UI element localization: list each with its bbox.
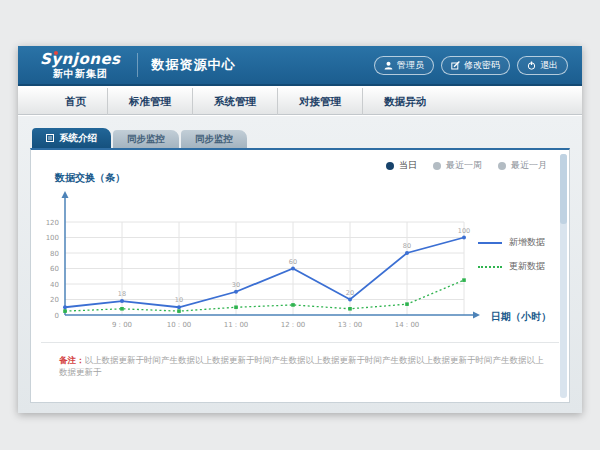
app-title: 数据资源中心 [152,56,236,74]
line-chart: 0204060801001209 : 0010 : 0011 : 0012 : … [37,187,497,341]
nav-item-data-change[interactable]: 数据异动 [362,88,447,115]
svg-text:100: 100 [458,227,470,235]
svg-text:100: 100 [46,234,59,242]
panel-scrollbar[interactable] [560,154,567,398]
note-label: 备注： [59,355,85,365]
svg-text:10 : 00: 10 : 00 [167,321,192,329]
note-text: 以上数据更新于时间产生数据以上数据更新于时间产生数据以上数据更新于时间产生数据以… [59,355,544,377]
admin-user-button[interactable]: 管理员 [374,56,434,75]
svg-text:0: 0 [55,312,59,320]
edit-icon [451,61,460,70]
legend-item-new-data: 新增数据 [478,236,545,249]
legend-label: 更新数据 [509,260,545,273]
svg-text:40: 40 [50,281,59,289]
nav-item-integration-mgmt[interactable]: 对接管理 [277,88,362,115]
tab-sync-monitor-1[interactable]: 同步监控 [113,130,179,148]
tab-label: 同步监控 [195,133,233,146]
y-axis-title: 数据交换（条） [55,171,125,185]
x-axis-title: 日期（小时） [491,310,551,324]
svg-text:12 : 00: 12 : 00 [281,321,306,329]
svg-text:10: 10 [175,296,183,304]
footer-note: 备注：以上数据更新于时间产生数据以上数据更新于时间产生数据以上数据更新于时间产生… [59,355,545,379]
tab-label: 系统介绍 [59,132,97,145]
series-legend: 新增数据 更新数据 [478,236,545,284]
change-password-button[interactable]: 修改密码 [441,56,510,75]
admin-user-label: 管理员 [397,59,424,72]
change-password-label: 修改密码 [464,59,500,72]
svg-text:18: 18 [118,290,126,298]
legend-item-updated-data: 更新数据 [478,260,545,273]
app-window: Synjones 新中新集团 数据资源中心 管理员 修改密码 退出 首页 标准管… [18,46,582,413]
nav-item-system-mgmt[interactable]: 系统管理 [192,88,277,115]
blue-solid-line-icon [478,242,502,244]
svg-text:9 : 00: 9 : 00 [112,321,132,329]
nav-item-standard-mgmt[interactable]: 标准管理 [107,88,192,115]
svg-text:120: 120 [46,219,59,227]
power-icon [527,61,536,70]
nav-item-home[interactable]: 首页 [44,88,107,115]
user-icon [384,61,393,70]
svg-text:80: 80 [50,250,59,258]
radio-dot-icon [433,162,441,170]
svg-text:11 : 00: 11 : 00 [224,321,249,329]
radio-dot-icon [498,162,506,170]
svg-text:60: 60 [289,258,297,266]
company-logo: Synjones 新中新集团 [40,52,121,79]
document-icon [46,133,54,144]
header-actions: 管理员 修改密码 退出 [374,56,568,75]
svg-text:80: 80 [403,242,411,250]
main-nav: 首页 标准管理 系统管理 对接管理 数据异动 [18,88,582,115]
tab-system-intro[interactable]: 系统介绍 [32,128,111,148]
radio-last-month-label: 最近一月 [511,159,547,172]
header-divider [137,53,138,77]
svg-text:20: 20 [346,289,354,297]
logout-button[interactable]: 退出 [517,56,568,75]
green-dotted-line-icon [478,266,502,268]
radio-today-label: 当日 [399,159,417,172]
legend-label: 新增数据 [509,236,545,249]
content-area: 系统介绍 同步监控 同步监控 当日 最近一周 [18,116,582,413]
radio-last-week[interactable]: 最近一周 [433,159,482,172]
svg-text:60: 60 [50,265,59,273]
panel-divider [41,342,559,343]
chart-panel: 当日 最近一周 最近一月 数据交换（条） 0204060801001209 : … [30,148,570,403]
radio-today[interactable]: 当日 [386,159,417,172]
radio-last-week-label: 最近一周 [446,159,482,172]
logo-text: Synjones [40,52,121,67]
svg-text:13 : 00: 13 : 00 [338,321,363,329]
scrollbar-thumb[interactable] [560,154,567,224]
chart-canvas: 0204060801001209 : 0010 : 0011 : 0012 : … [37,187,497,337]
tab-sync-monitor-2[interactable]: 同步监控 [181,130,247,148]
tab-bar: 系统介绍 同步监控 同步监控 [32,128,247,148]
radio-dot-icon [386,162,394,170]
app-header: Synjones 新中新集团 数据资源中心 管理员 修改密码 退出 [18,46,582,86]
radio-last-month[interactable]: 最近一月 [498,159,547,172]
svg-text:20: 20 [50,296,59,304]
logout-label: 退出 [540,59,558,72]
tab-label: 同步监控 [127,133,165,146]
svg-text:14 : 00: 14 : 00 [395,321,420,329]
logo-subtitle: 新中新集团 [40,69,121,79]
time-range-filter: 当日 最近一周 最近一月 [386,159,547,172]
logo-red-dot-icon [54,51,58,55]
svg-text:30: 30 [232,281,240,289]
